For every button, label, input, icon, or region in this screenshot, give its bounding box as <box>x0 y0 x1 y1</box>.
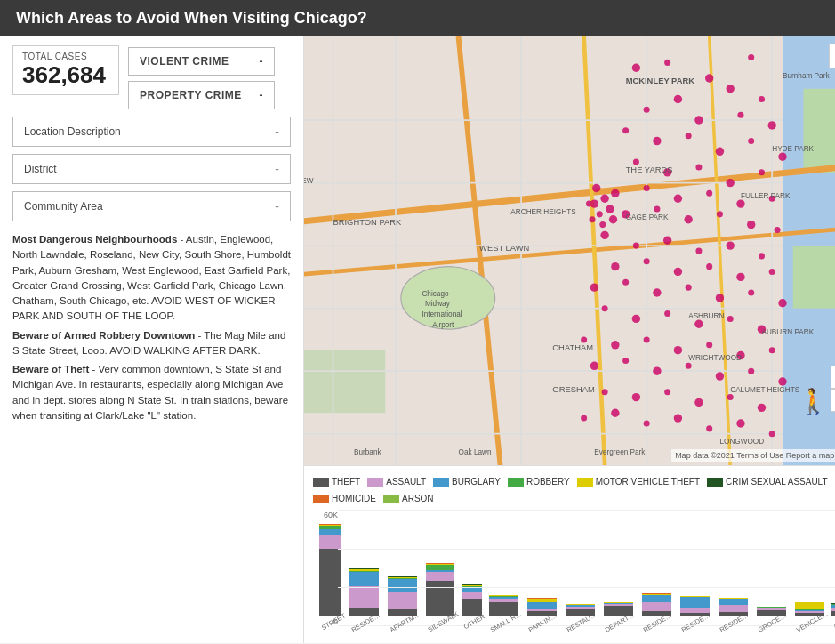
legend-item: THEFT <box>313 477 360 487</box>
bar-group: ALLEY <box>829 603 835 626</box>
map-background: Chicago Midway International Airport <box>304 36 835 465</box>
svg-point-66 <box>611 262 619 270</box>
bar-segment <box>642 602 672 611</box>
svg-point-101 <box>664 389 670 395</box>
description-paragraph: Beware of Theft - Very common downtown, … <box>12 362 291 423</box>
zoom-out-button[interactable]: − <box>831 389 835 412</box>
bar-segment <box>319 549 341 616</box>
svg-point-69 <box>706 263 712 270</box>
svg-rect-2 <box>803 89 835 173</box>
svg-point-42 <box>778 152 786 160</box>
bar-stack <box>462 584 482 616</box>
legend-color <box>508 478 524 487</box>
bar-segment <box>426 581 454 616</box>
bar-segment <box>462 592 482 599</box>
svg-text:ASHBURN: ASHBURN <box>688 312 724 320</box>
svg-text:WRIGHTWOOD: WRIGHTWOOD <box>688 354 742 362</box>
svg-text:AUBURN PARK: AUBURN PARK <box>761 328 814 336</box>
total-cases-label: TOTAL CASES <box>22 52 109 61</box>
svg-point-80 <box>632 315 640 323</box>
svg-point-27 <box>664 60 670 66</box>
svg-point-65 <box>759 253 765 259</box>
svg-text:GAGE PARK: GAGE PARK <box>626 213 669 221</box>
community-area-dropdown[interactable]: Community Area - <box>12 191 291 221</box>
bar-segment <box>642 595 672 602</box>
legend-color <box>433 478 449 487</box>
bar-group: SIDEWALK <box>422 563 458 626</box>
svg-point-99 <box>602 389 608 395</box>
map-expand-button[interactable]: ⛶ <box>829 44 835 68</box>
svg-point-29 <box>748 54 754 60</box>
svg-rect-3 <box>793 246 835 309</box>
svg-text:LONGWOOD: LONGWOOD <box>719 438 764 446</box>
svg-text:WEST LAWN: WEST LAWN <box>479 243 530 253</box>
svg-point-105 <box>581 415 587 422</box>
svg-text:GRESHAM: GRESHAM <box>552 384 595 394</box>
left-panel: TOTAL CASES 362,684 VIOLENT CRIME - PROP… <box>0 36 304 643</box>
svg-text:MCKINLEY PARK: MCKINLEY PARK <box>626 76 695 85</box>
legend-label: CRIM SEXUAL ASSAULT <box>726 477 827 487</box>
svg-point-31 <box>759 96 765 102</box>
svg-point-114 <box>600 195 608 203</box>
legend-color <box>383 495 399 503</box>
location-description-dropdown[interactable]: Location Description - <box>12 117 291 147</box>
svg-point-30 <box>726 85 734 93</box>
svg-point-106 <box>611 409 619 417</box>
svg-point-108 <box>674 414 682 422</box>
svg-point-70 <box>736 273 744 281</box>
svg-point-45 <box>695 164 702 170</box>
svg-point-38 <box>653 137 661 145</box>
grid-line-40k <box>338 549 835 550</box>
legend-item: MOTOR VEHICLE THEFT <box>577 477 700 487</box>
grid-line-20k <box>338 587 835 588</box>
svg-point-72 <box>590 283 598 291</box>
map-container: Chicago Midway International Airport <box>304 36 835 465</box>
svg-point-57 <box>717 211 723 217</box>
legend-label: BURGLARY <box>452 477 501 487</box>
bar-group: VEHICLE NO... <box>791 602 828 626</box>
svg-point-91 <box>769 347 775 353</box>
svg-point-62 <box>663 237 671 245</box>
bar-group: RESIDENCE... <box>714 598 751 626</box>
total-cases-box: TOTAL CASES 362,684 <box>12 45 119 95</box>
map-zoom-controls: + − <box>831 366 835 412</box>
bar-group: RESIDENCE <box>346 568 383 626</box>
legend-label: HOMICIDE <box>332 494 376 503</box>
bar-group: APARTMENT <box>384 576 422 626</box>
bar-segment <box>680 597 711 608</box>
bar-group: RESIDENTIA... <box>676 596 713 626</box>
svg-point-41 <box>748 138 754 144</box>
bar-group: STREET <box>317 524 345 626</box>
svg-point-115 <box>589 216 595 222</box>
bar-segment <box>527 602 558 609</box>
svg-text:CALUMET HEIGHTS: CALUMET HEIGHTS <box>730 386 799 394</box>
svg-point-77 <box>748 289 754 295</box>
bar-segment <box>388 579 418 592</box>
bar-group: GROCERY F... <box>752 607 790 626</box>
svg-text:ARCHER HEIGHTS: ARCHER HEIGHTS <box>510 208 576 216</box>
bar-segment <box>388 592 418 609</box>
svg-point-63 <box>695 247 702 254</box>
district-dropdown[interactable]: District - <box>12 154 291 184</box>
svg-point-34 <box>694 116 703 124</box>
svg-point-74 <box>653 288 661 296</box>
svg-point-102 <box>694 398 703 407</box>
svg-point-51 <box>706 190 712 197</box>
bar-group: DEPARTMEN... <box>599 602 637 626</box>
svg-point-75 <box>686 285 692 291</box>
svg-point-67 <box>644 258 650 264</box>
property-crime-button[interactable]: PROPERTY CRIME - <box>128 81 275 109</box>
bar-segment <box>349 572 380 586</box>
violent-crime-button[interactable]: VIOLENT CRIME - <box>128 47 275 76</box>
svg-text:EW: EW <box>304 177 314 185</box>
chart-legend: THEFTASSAULTBURGLARYROBBERYMOTOR VEHICLE… <box>313 477 835 503</box>
svg-point-88 <box>674 346 682 354</box>
svg-rect-4 <box>304 350 385 414</box>
svg-point-60 <box>600 231 608 239</box>
legend-item: CRIM SEXUAL ASSAULT <box>707 477 827 487</box>
description-text: Most Dangerous Neighbourhoods - Austin, … <box>12 229 291 423</box>
zoom-in-button[interactable]: + <box>831 366 835 389</box>
bar-segment <box>795 602 825 609</box>
bar-stack <box>349 568 380 616</box>
bar-stack <box>388 576 418 616</box>
